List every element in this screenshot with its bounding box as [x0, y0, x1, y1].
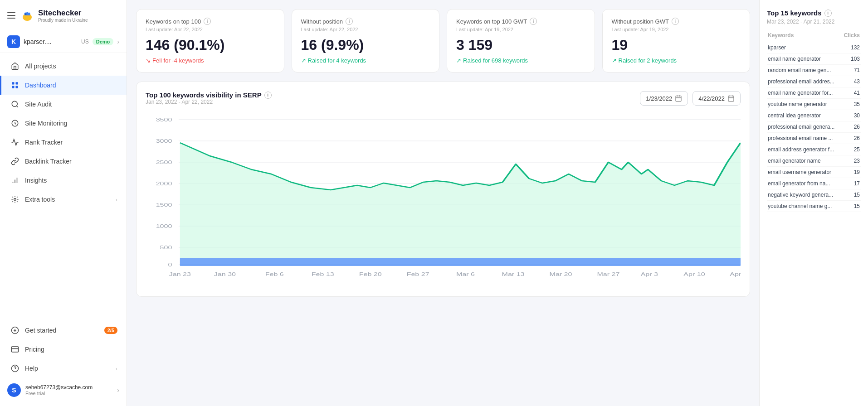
keyword-clicks-9: 25: [846, 146, 860, 153]
project-icon: K: [7, 35, 20, 48]
card-update-0: Last update: Apr 22, 2022: [146, 27, 275, 32]
keyword-name-13: negative keyword genera...: [768, 192, 846, 198]
project-selector[interactable]: K kparser.... US Demo ›: [0, 31, 127, 53]
svg-text:Apr 10: Apr 10: [683, 271, 705, 277]
svg-line-7: [16, 106, 18, 107]
keyword-name-10: email generator name: [768, 158, 846, 164]
keyword-clicks-13: 15: [846, 192, 860, 198]
svg-text:1500: 1500: [156, 202, 172, 208]
arrow-up-icon: ↗: [301, 57, 306, 64]
chart-title-area: Top 100 keywords visibility in SERP i Ja…: [146, 91, 272, 112]
sidebar-bottom: Get started 2/5 Pricing Help › S seheb67…: [0, 317, 127, 406]
menu-toggle[interactable]: [7, 12, 15, 19]
sidebar-label-rank-tracker: Rank Tracker: [25, 139, 117, 146]
help-icon: [10, 364, 20, 373]
center-panel: Keywords on top 100 i Last update: Apr 2…: [127, 0, 759, 406]
keyword-clicks-5: 35: [846, 101, 860, 107]
svg-text:3500: 3500: [156, 117, 172, 122]
info-icon-1[interactable]: i: [346, 18, 353, 25]
keyword-name-1: email name generator: [768, 56, 846, 62]
card-title-3: Without position GWT i: [612, 18, 741, 25]
stat-card-0: Keywords on top 100 i Last update: Apr 2…: [136, 9, 284, 72]
date-to-picker[interactable]: 4/22/2022: [692, 91, 741, 106]
keyword-name-9: email address generator f...: [768, 146, 846, 153]
keyword-row-7: professional email genera... 26: [767, 121, 861, 133]
user-avatar: S: [7, 383, 21, 397]
insights-icon: [10, 176, 20, 185]
keyword-clicks-7: 26: [846, 124, 860, 130]
sidebar-item-help[interactable]: Help ›: [0, 359, 127, 378]
info-icon-3[interactable]: i: [672, 18, 679, 25]
user-email: seheb67273@svcache.com: [25, 384, 112, 391]
info-icon-2[interactable]: i: [530, 18, 537, 25]
sidebar: Sitechecker Proudly made in Ukraine K kp…: [0, 0, 127, 406]
svg-rect-2: [12, 82, 14, 84]
keyword-row-5: youtube name generator 35: [767, 99, 861, 110]
sidebar-item-pricing[interactable]: Pricing: [0, 340, 127, 359]
link-icon: [10, 157, 20, 166]
svg-rect-16: [676, 96, 681, 102]
keyword-name-2: random email name gen...: [768, 67, 846, 73]
date-from-picker[interactable]: 1/23/2022: [640, 91, 688, 106]
sidebar-item-backlink-tracker[interactable]: Backlink Tracker: [0, 152, 127, 171]
keyword-row-6: central idea generator 30: [767, 110, 861, 121]
keyword-row-14: youtube channel name g... 15: [767, 201, 861, 212]
dashboard-icon: [10, 81, 20, 90]
keyword-clicks-12: 17: [846, 180, 860, 187]
sidebar-item-insights[interactable]: Insights: [0, 171, 127, 190]
user-profile[interactable]: S seheb67273@svcache.com Free trial ›: [0, 378, 127, 402]
sidebar-label-extra-tools: Extra tools: [25, 196, 110, 203]
user-info: seheb67273@svcache.com Free trial: [25, 384, 112, 396]
audit-icon: [10, 100, 20, 109]
keyword-name-12: email generator from na...: [768, 180, 846, 187]
svg-rect-13: [12, 347, 19, 352]
help-chevron-icon: ›: [116, 365, 117, 372]
keyword-name-7: professional email genera...: [768, 124, 846, 130]
top-kw-info-icon[interactable]: i: [824, 10, 832, 17]
svg-point-6: [12, 101, 17, 106]
date-to-value: 4/22/2022: [698, 95, 725, 102]
sidebar-label-all-projects: All projects: [25, 63, 117, 70]
svg-rect-4: [12, 86, 14, 88]
col-keywords: Keywords: [768, 32, 794, 39]
sidebar-label-site-monitoring: Site Monitoring: [25, 120, 117, 127]
info-icon-0[interactable]: i: [204, 18, 211, 25]
sidebar-item-site-audit[interactable]: Site Audit: [0, 95, 127, 114]
keyword-row-9: email address generator f... 25: [767, 144, 861, 155]
get-started-icon: [10, 326, 20, 335]
svg-text:Feb 20: Feb 20: [359, 271, 382, 277]
main-nav: All projects Dashboard Site Audit Site M…: [0, 53, 127, 317]
keyword-clicks-4: 41: [846, 90, 860, 96]
col-clicks: Clicks: [844, 32, 860, 39]
svg-text:Jan 23: Jan 23: [169, 271, 191, 277]
date-pickers: 1/23/2022 4/22/2022: [640, 91, 741, 106]
project-country: US: [81, 39, 89, 45]
svg-rect-40: [180, 258, 741, 266]
extra-tools-chevron-icon: ›: [116, 196, 117, 203]
sidebar-item-extra-tools[interactable]: Extra tools ›: [0, 190, 127, 209]
home-icon: [10, 62, 20, 71]
keyword-clicks-6: 30: [846, 112, 860, 119]
sidebar-item-all-projects[interactable]: All projects: [0, 57, 127, 76]
sidebar-item-dashboard[interactable]: Dashboard: [0, 76, 127, 95]
chart-container: 3500 3000 2500 2000 1500 1000 500 0 Jan: [146, 115, 741, 287]
chart-info-icon[interactable]: i: [264, 92, 272, 99]
logo-name: Sitechecker: [38, 9, 88, 18]
svg-rect-3: [16, 82, 18, 84]
sidebar-item-get-started[interactable]: Get started 2/5: [0, 321, 127, 340]
sidebar-item-site-monitoring[interactable]: Site Monitoring: [0, 114, 127, 133]
svg-text:Apr 3: Apr 3: [641, 271, 658, 277]
stat-card-2: Keywords on top 100 GWT i Last update: A…: [447, 9, 595, 72]
svg-text:Mar 6: Mar 6: [456, 271, 475, 277]
svg-text:2500: 2500: [156, 160, 172, 165]
keyword-clicks-0: 132: [846, 44, 860, 51]
chart-header: Top 100 keywords visibility in SERP i Ja…: [146, 91, 741, 112]
sidebar-label-backlink-tracker: Backlink Tracker: [25, 158, 117, 165]
svg-text:3000: 3000: [156, 138, 172, 144]
date-from-value: 1/23/2022: [646, 95, 672, 102]
keyword-row-1: email name generator 103: [767, 53, 861, 65]
sidebar-item-rank-tracker[interactable]: Rank Tracker: [0, 133, 127, 152]
chart-title: Top 100 keywords visibility in SERP i: [146, 91, 272, 99]
keyword-name-5: youtube name generator: [768, 101, 846, 107]
card-value-1: 16 (9.9%): [301, 37, 430, 53]
